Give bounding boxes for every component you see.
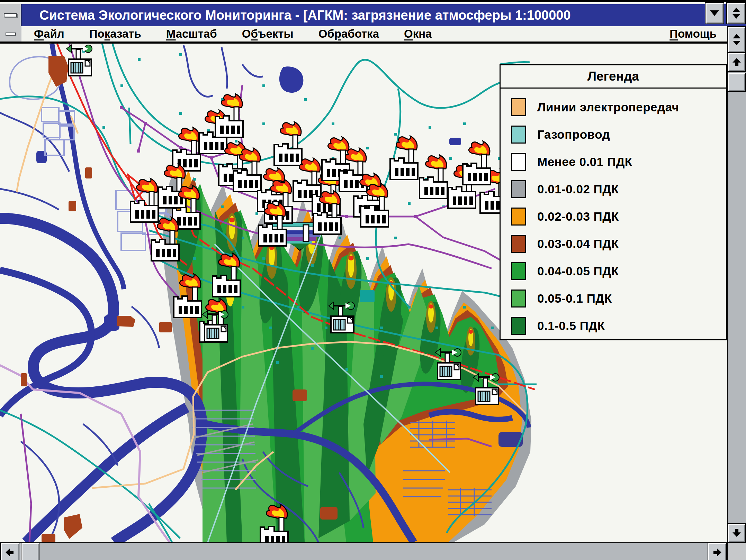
monitoring-station-icon[interactable] bbox=[329, 302, 354, 333]
menu-windows[interactable]: Окна bbox=[404, 27, 432, 40]
arrow-down-icon bbox=[731, 527, 743, 539]
legend-label: Менее 0.01 ПДК bbox=[537, 155, 632, 169]
legend-item-001-002: 0.01-0.02 ПДК bbox=[501, 180, 726, 198]
scroll-down-button[interactable] bbox=[727, 523, 746, 542]
legend-title-bar[interactable]: Легенда bbox=[501, 65, 726, 89]
monitoring-station-icon[interactable] bbox=[435, 349, 461, 379]
legend-item-power-lines: Линии электропередач bbox=[501, 98, 726, 116]
scrollbar-corner bbox=[727, 542, 746, 560]
legend-item-002-003: 0.02-0.03 ПДК bbox=[501, 208, 726, 226]
legend-label: 0.1-0.5 ПДК bbox=[537, 319, 605, 333]
menu-objects[interactable]: Объекты bbox=[242, 27, 294, 40]
monitoring-station-icon[interactable] bbox=[66, 45, 92, 76]
legend-swatch bbox=[511, 180, 526, 198]
menu-file[interactable]: Файл bbox=[34, 27, 64, 40]
legend-title: Легенда bbox=[587, 69, 639, 84]
scroll-up-button[interactable] bbox=[727, 53, 746, 72]
legend-swatch bbox=[511, 98, 526, 116]
vertical-scrollbar[interactable] bbox=[727, 53, 746, 542]
menu-show[interactable]: Показать bbox=[89, 27, 141, 40]
app-window: Система Экологического Мониторинга - [АГ… bbox=[0, 0, 746, 560]
minimize-icon bbox=[710, 10, 719, 16]
legend-label: 0.02-0.03 ПДК bbox=[537, 210, 619, 223]
teal-pond bbox=[360, 290, 375, 302]
legend-swatch bbox=[511, 153, 526, 171]
legend-item-005-01: 0.05-0.1 ПДК bbox=[501, 290, 726, 307]
monitoring-station-icon[interactable] bbox=[474, 374, 499, 404]
legend-label: 0.04-0.05 ПДК bbox=[537, 264, 619, 278]
legend-label: Линии электропередач bbox=[537, 100, 679, 114]
child-system-menu-button[interactable] bbox=[0, 26, 21, 42]
legend-window: Легенда Линии электропередач Газопровод … bbox=[500, 64, 727, 340]
horizontal-scrollbar[interactable] bbox=[0, 542, 727, 560]
legend-swatch bbox=[511, 208, 526, 226]
legend-swatch bbox=[511, 262, 526, 280]
menu-help[interactable]: Помощь bbox=[669, 27, 717, 40]
restore-button[interactable] bbox=[726, 2, 746, 24]
legend-item-gas-pipeline: Газопровод bbox=[501, 126, 726, 144]
legend-item-004-005: 0.04-0.05 ПДК bbox=[501, 262, 726, 280]
legend-swatch bbox=[511, 126, 526, 144]
legend-swatch bbox=[511, 235, 526, 253]
legend-label: 0.05-0.1 ПДК bbox=[537, 292, 612, 305]
system-menu-icon bbox=[4, 13, 17, 17]
legend-item-below-001: Менее 0.01 ПДК bbox=[501, 153, 726, 171]
minimize-button[interactable] bbox=[705, 2, 724, 24]
system-menu-button[interactable] bbox=[0, 4, 21, 26]
legend-swatch bbox=[511, 290, 526, 307]
window-title: Система Экологического Мониторинга - [АГ… bbox=[39, 8, 571, 23]
restore-up-icon bbox=[732, 8, 740, 12]
legend-swatch bbox=[511, 317, 526, 335]
restore-down-icon bbox=[732, 14, 740, 19]
legend-item-01-05: 0.1-0.5 ПДК bbox=[501, 317, 726, 335]
child-restore-button[interactable] bbox=[727, 26, 746, 53]
arrow-left-icon bbox=[4, 547, 16, 558]
monitoring-station-icon[interactable] bbox=[203, 311, 228, 341]
arrow-up-icon bbox=[731, 56, 743, 68]
scroll-right-button[interactable] bbox=[708, 542, 727, 560]
legend-label: 0.03-0.04 ПДК bbox=[537, 237, 619, 251]
child-restore-down-icon bbox=[733, 41, 740, 45]
child-restore-up-icon bbox=[733, 34, 740, 38]
child-system-menu-icon bbox=[6, 33, 16, 36]
arrow-right-icon bbox=[711, 547, 723, 558]
menu-process[interactable]: Обработка bbox=[318, 27, 379, 40]
legend-item-003-004: 0.03-0.04 ПДК bbox=[501, 235, 726, 253]
title-bar[interactable]: Система Экологического Мониторинга - [АГ… bbox=[0, 4, 746, 26]
scroll-left-button[interactable] bbox=[0, 542, 19, 560]
vertical-scroll-thumb[interactable] bbox=[727, 73, 746, 92]
menu-scale[interactable]: Масштаб bbox=[166, 27, 217, 40]
legend-label: Газопровод bbox=[537, 128, 610, 141]
menu-bar: Файл Показать Масштаб Объекты Обработка … bbox=[0, 26, 727, 42]
horizontal-scroll-thumb[interactable] bbox=[21, 542, 39, 560]
legend-label: 0.01-0.02 ПДК bbox=[537, 182, 619, 196]
